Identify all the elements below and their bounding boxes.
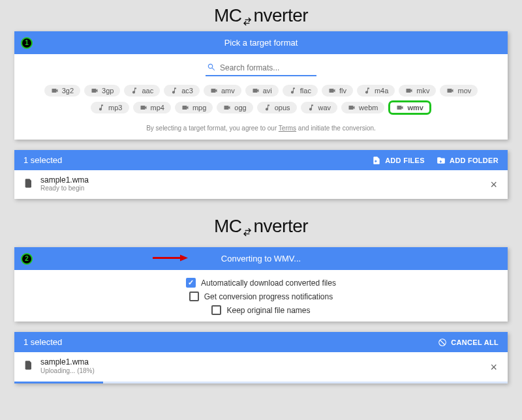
file-row-2: sample1.wma Uploading... (18%) × — [14, 352, 508, 381]
format-chip-mpg[interactable]: mpg — [175, 102, 213, 113]
file-list-header-2: 1 selected CANCEL ALL — [14, 332, 508, 352]
format-chip-flac[interactable]: flac — [283, 85, 318, 97]
video-icon — [181, 104, 189, 112]
option-0[interactable]: Automatically download converted files — [186, 278, 336, 288]
option-label: Keep original file names — [226, 306, 310, 315]
music-note-icon — [307, 104, 315, 112]
checkbox[interactable] — [211, 305, 221, 315]
search-icon — [207, 63, 216, 74]
add-file-icon — [372, 156, 381, 165]
file-status-1: Ready to begin — [40, 185, 89, 192]
step-2-panel: MC nverter 2 Converting to WMV... Automa… — [3, 209, 519, 383]
checkbox[interactable] — [189, 292, 199, 301]
add-folder-button[interactable]: ADD FOLDER — [437, 156, 499, 165]
format-chip-ogg[interactable]: ogg — [217, 102, 253, 113]
video-icon — [446, 87, 454, 95]
video-icon — [405, 87, 413, 95]
cancel-icon — [438, 338, 447, 347]
format-chip-3gp[interactable]: 3gp — [84, 85, 120, 97]
disclaimer-text: By selecting a target format, you agree … — [14, 122, 508, 140]
brand-logo: MC nverter — [3, 3, 519, 31]
video-icon — [223, 104, 231, 112]
music-note-icon — [97, 104, 105, 112]
format-chip-mp4[interactable]: mp4 — [133, 102, 171, 113]
search-input[interactable] — [206, 61, 316, 76]
file-icon — [23, 178, 34, 190]
format-chip-aac[interactable]: aac — [124, 85, 160, 97]
add-files-button[interactable]: ADD FILES — [372, 156, 425, 165]
highlight-arrow — [151, 253, 188, 264]
remove-file-button-1[interactable]: × — [490, 179, 497, 190]
video-icon — [51, 87, 59, 95]
svg-marker-1 — [180, 254, 188, 261]
format-chip-webm[interactable]: webm — [341, 102, 384, 113]
format-chip-amv[interactable]: amv — [204, 85, 241, 97]
file-icon — [23, 360, 34, 372]
add-folder-icon — [437, 156, 446, 165]
video-icon — [348, 104, 356, 112]
step-1-panel: MC nverter 1 Pick a target format 3g23gp… — [3, 3, 519, 199]
format-chip-mkv[interactable]: mkv — [399, 85, 436, 97]
music-note-icon — [170, 87, 178, 95]
video-icon — [252, 87, 260, 95]
file-row-1: sample1.wma Ready to begin × — [14, 170, 508, 199]
video-icon — [328, 87, 336, 95]
music-note-icon — [289, 87, 297, 95]
video-icon — [140, 104, 147, 112]
step-1-badge: 1 — [21, 37, 33, 49]
option-1[interactable]: Get conversion progress notifications — [189, 292, 333, 301]
format-list: 3g23gpaacac3amvaviflacflvm4amkvmovmp3mp4… — [14, 80, 508, 122]
terms-link[interactable]: Terms — [279, 125, 296, 132]
format-picker-card: 1 Pick a target format 3g23gpaacac3amvav… — [14, 31, 508, 140]
file-status-2: Uploading... (18%) — [40, 367, 95, 375]
video-icon — [91, 87, 99, 95]
cancel-all-button[interactable]: CANCEL ALL — [438, 338, 499, 347]
file-list-card-1: 1 selected ADD FILES ADD FOLDER sample1.… — [14, 150, 508, 199]
file-name-1: sample1.wma — [40, 175, 89, 185]
checkbox[interactable] — [186, 278, 196, 288]
format-picker-header: 1 Pick a target format — [14, 31, 508, 54]
options-list: Automatically download converted filesGe… — [14, 270, 508, 322]
format-chip-3g2[interactable]: 3g2 — [44, 85, 80, 97]
brand-logo-2: MC nverter — [3, 209, 519, 247]
music-note-icon — [130, 87, 138, 95]
file-name-2: sample1.wma — [40, 357, 95, 367]
format-chip-m4a[interactable]: m4a — [357, 85, 395, 97]
swap-icon — [242, 221, 253, 232]
upload-progress — [14, 382, 508, 383]
option-2[interactable]: Keep original file names — [211, 305, 310, 315]
format-chip-wav[interactable]: wav — [301, 102, 338, 113]
swap-icon — [242, 10, 253, 21]
selected-count-2: 1 selected — [23, 337, 62, 347]
format-chip-avi[interactable]: avi — [245, 85, 279, 97]
remove-file-button-2[interactable]: × — [490, 361, 497, 373]
format-picker-title: Pick a target format — [224, 38, 298, 48]
format-chip-ac3[interactable]: ac3 — [164, 85, 200, 97]
format-chip-wmv[interactable]: wmv — [388, 100, 431, 115]
option-label: Get conversion progress notifications — [204, 292, 333, 301]
conversion-header: 2 Converting to WMV... — [14, 247, 508, 270]
file-list-header-1: 1 selected ADD FILES ADD FOLDER — [14, 150, 508, 170]
format-chip-opus[interactable]: opus — [257, 102, 297, 113]
video-icon — [396, 104, 404, 112]
conversion-card: 2 Converting to WMV... Automatically dow… — [14, 247, 508, 322]
format-chip-mp3[interactable]: mp3 — [91, 102, 129, 113]
format-chip-flv[interactable]: flv — [322, 85, 353, 97]
conversion-title: Converting to WMV... — [221, 254, 301, 263]
music-note-icon — [363, 87, 371, 95]
format-chip-mov[interactable]: mov — [440, 85, 478, 97]
option-label: Automatically download converted files — [201, 278, 336, 288]
music-note-icon — [264, 104, 271, 112]
video-icon — [210, 87, 218, 95]
selected-count-1: 1 selected — [23, 155, 62, 165]
file-list-card-2: 1 selected CANCEL ALL sample1.wma Upload… — [14, 332, 508, 383]
step-2-badge: 2 — [21, 253, 33, 265]
